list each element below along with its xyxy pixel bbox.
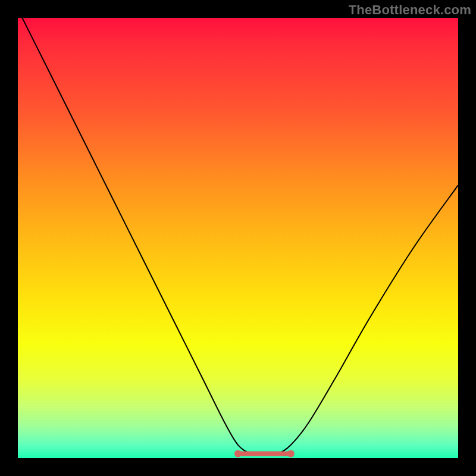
svg-point-2 — [287, 450, 295, 458]
watermark-text: TheBottleneck.com — [349, 2, 471, 18]
svg-point-1 — [234, 450, 242, 458]
svg-point-3 — [247, 452, 250, 456]
bottleneck-curve — [18, 18, 458, 455]
svg-point-5 — [268, 452, 271, 456]
curve-layer — [18, 18, 458, 458]
svg-rect-0 — [238, 452, 291, 456]
minimum-markers — [234, 450, 295, 458]
svg-point-4 — [258, 452, 261, 456]
svg-point-6 — [278, 452, 282, 456]
chart-frame: TheBottleneck.com — [0, 0, 476, 476]
plot-area — [18, 18, 458, 458]
